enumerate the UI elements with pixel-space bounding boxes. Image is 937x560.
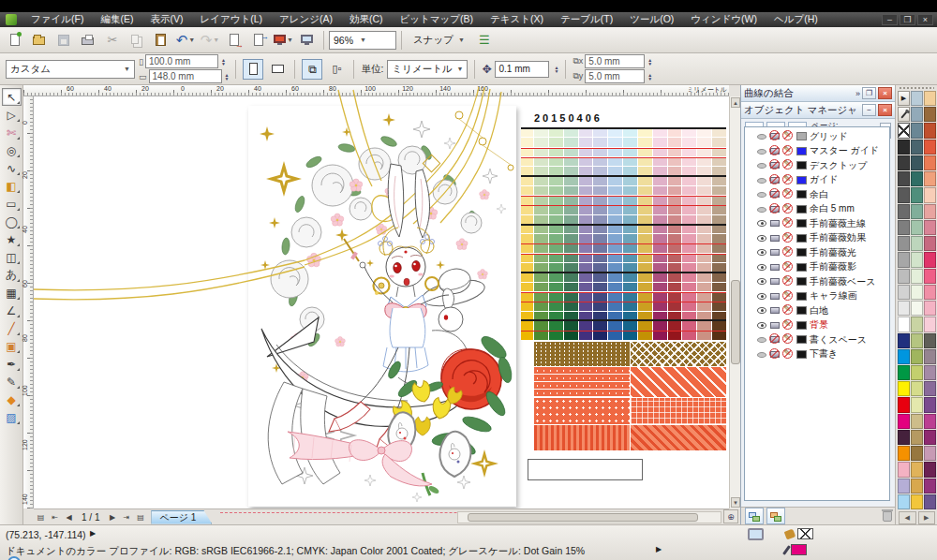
chart-color-cell[interactable] xyxy=(593,302,607,311)
chart-color-cell[interactable] xyxy=(593,225,607,233)
chart-color-cell[interactable] xyxy=(534,157,548,166)
chart-color-cell[interactable] xyxy=(668,244,682,253)
page-size-preset-select[interactable]: カスタム▼ xyxy=(6,60,135,79)
chart-color-cell[interactable] xyxy=(549,167,563,175)
layer-printable-icon[interactable] xyxy=(770,204,781,214)
chart-color-cell[interactable] xyxy=(668,254,682,262)
palette-swatch[interactable] xyxy=(924,365,936,380)
open-button[interactable] xyxy=(28,29,51,52)
chart-color-cell[interactable] xyxy=(534,273,548,282)
smart-fill-tool[interactable]: ◧ xyxy=(2,177,22,195)
palette-swatch[interactable] xyxy=(898,462,910,477)
palette-swatch[interactable] xyxy=(911,91,923,106)
chart-color-cell[interactable] xyxy=(579,157,593,166)
chart-color-cell[interactable] xyxy=(682,234,696,243)
chart-color-cell[interactable] xyxy=(579,254,593,262)
chart-color-cell[interactable] xyxy=(712,321,726,330)
layer-row[interactable]: ✎手前薔薇光 xyxy=(745,245,889,260)
chart-color-cell[interactable] xyxy=(579,186,593,195)
chart-color-cell[interactable] xyxy=(564,177,578,185)
chart-color-cell[interactable] xyxy=(579,321,593,330)
palette-swatch[interactable] xyxy=(911,269,923,284)
chart-color-cell[interactable] xyxy=(712,234,726,243)
chart-color-cell[interactable] xyxy=(712,157,726,166)
chart-color-cell[interactable] xyxy=(653,138,667,146)
palette-swatch[interactable] xyxy=(898,220,910,235)
chart-color-cell[interactable] xyxy=(534,148,548,156)
palette-swatch[interactable] xyxy=(898,397,910,412)
eyedropper-icon[interactable] xyxy=(898,107,910,122)
chart-color-cell[interactable] xyxy=(623,234,637,243)
layer-color-swatch[interactable] xyxy=(796,321,807,330)
interactive-fill-tool[interactable]: ▨ xyxy=(2,408,22,426)
layer-visibility-icon[interactable] xyxy=(757,291,767,302)
pattern-swatch-orange-dots[interactable] xyxy=(534,398,630,424)
chart-color-cell[interactable] xyxy=(668,215,682,224)
chart-color-cell[interactable] xyxy=(521,215,533,224)
palette-swatch[interactable] xyxy=(911,155,923,170)
chart-color-cell[interactable] xyxy=(653,206,667,214)
chart-color-cell[interactable] xyxy=(534,128,548,137)
chart-color-cell[interactable] xyxy=(623,206,637,214)
horizontal-ruler[interactable]: ミリメートル 604020020406080100120140160 xyxy=(23,85,729,96)
chart-color-cell[interactable] xyxy=(534,138,548,146)
chart-color-cell[interactable] xyxy=(593,332,607,340)
units-select[interactable]: ミリメートル▼ xyxy=(387,60,468,79)
zoom-level-select[interactable]: 96%▼ xyxy=(329,31,396,50)
chart-color-cell[interactable] xyxy=(638,138,652,146)
pattern-swatch-orange-diagonal[interactable] xyxy=(631,367,726,397)
chart-color-cell[interactable] xyxy=(697,292,711,301)
menu-item[interactable]: ツール(O) xyxy=(621,12,682,27)
chart-color-cell[interactable] xyxy=(549,148,563,156)
chart-color-cell[interactable] xyxy=(593,283,607,291)
chart-color-cell[interactable] xyxy=(608,254,622,262)
chart-color-cell[interactable] xyxy=(549,273,563,282)
palette-swatch[interactable] xyxy=(911,171,923,186)
ellipse-tool[interactable]: ◯ xyxy=(2,213,22,230)
chart-color-cell[interactable] xyxy=(638,321,652,330)
spinner[interactable]: ▲▼ xyxy=(554,66,558,73)
palette-swatch[interactable] xyxy=(911,140,923,155)
chart-color-cell[interactable] xyxy=(653,332,667,340)
chart-color-cell[interactable] xyxy=(623,225,637,233)
layer-color-swatch[interactable] xyxy=(796,234,807,243)
layer-color-swatch[interactable] xyxy=(796,147,807,155)
layer-printable-icon[interactable] xyxy=(770,291,781,302)
layer-visibility-icon[interactable] xyxy=(757,175,767,185)
chart-color-cell[interactable] xyxy=(521,128,533,137)
layer-printable-icon[interactable] xyxy=(770,305,781,316)
chart-color-cell[interactable] xyxy=(521,332,533,340)
chart-color-cell[interactable] xyxy=(653,167,667,175)
palette-swatch[interactable] xyxy=(898,236,910,251)
chart-color-cell[interactable] xyxy=(623,167,637,175)
previous-page-button[interactable]: ◀ xyxy=(62,510,76,523)
chart-color-cell[interactable] xyxy=(697,177,711,185)
palette-swatch[interactable] xyxy=(924,236,936,251)
chart-color-cell[interactable] xyxy=(521,244,533,253)
layer-editable-icon[interactable]: ✎ xyxy=(783,262,794,273)
menu-item[interactable]: ヘルプ(H) xyxy=(766,12,826,27)
polygon-tool[interactable]: ★ xyxy=(2,230,22,248)
palette-swatch[interactable] xyxy=(911,107,923,122)
last-page-button[interactable]: ⇥ xyxy=(119,510,133,523)
spinner[interactable]: ▲▼ xyxy=(647,73,652,81)
page-tab[interactable]: ページ 1 xyxy=(151,510,212,524)
chart-color-cell[interactable] xyxy=(638,157,652,166)
chart-color-cell[interactable] xyxy=(549,157,563,166)
palette-swatch[interactable] xyxy=(924,91,936,106)
menu-item[interactable]: アレンジ(A) xyxy=(271,12,341,27)
layer-visibility-icon[interactable] xyxy=(757,262,767,273)
menu-item[interactable]: ウィンドウ(W) xyxy=(682,12,766,27)
chart-color-cell[interactable] xyxy=(521,196,533,204)
chart-color-cell[interactable] xyxy=(564,283,578,291)
chart-color-cell[interactable] xyxy=(653,302,667,311)
chart-color-cell[interactable] xyxy=(697,206,711,214)
chart-color-cell[interactable] xyxy=(521,283,533,291)
new-master-layer-button[interactable] xyxy=(766,508,785,524)
pick-tool[interactable]: ↖ xyxy=(2,88,22,106)
palette-swatch[interactable] xyxy=(924,349,936,364)
chart-color-cell[interactable] xyxy=(668,283,682,291)
chart-color-cell[interactable] xyxy=(593,206,607,214)
portrait-button[interactable] xyxy=(243,59,263,80)
drawing-canvas[interactable]: 20150406 xyxy=(34,96,729,508)
